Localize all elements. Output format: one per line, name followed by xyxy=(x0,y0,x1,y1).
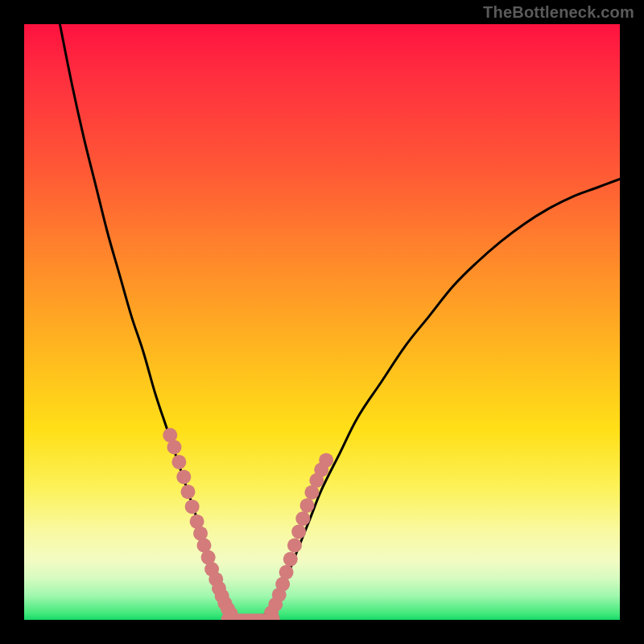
highlight-dot xyxy=(283,552,298,567)
highlight-dot xyxy=(171,455,186,469)
plot-area xyxy=(24,24,620,620)
highlight-dot xyxy=(176,469,191,484)
highlight-dot xyxy=(181,485,196,499)
curve-layer xyxy=(24,24,620,620)
highlight-dot xyxy=(167,440,181,454)
highlight-dot xyxy=(300,498,315,513)
curve-right-curve xyxy=(262,179,620,617)
highlight-dot xyxy=(295,511,310,526)
highlight-dot xyxy=(319,453,333,468)
highlight-dot xyxy=(185,499,200,514)
watermark-text: TheBottleneck.com xyxy=(483,3,634,22)
chart-frame: TheBottleneck.com xyxy=(0,0,644,644)
curve-left-curve xyxy=(60,24,238,617)
highlight-dot xyxy=(291,524,306,539)
highlight-dot xyxy=(287,539,302,553)
highlight-dot xyxy=(279,565,294,580)
